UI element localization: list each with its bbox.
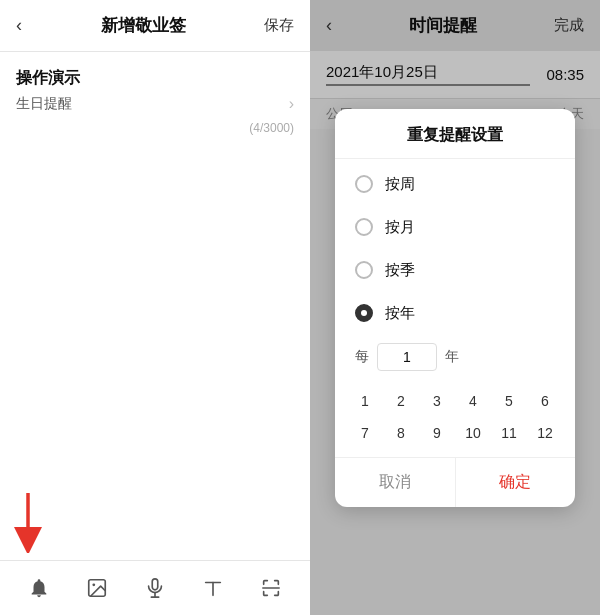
modal-overlay: 重复提醒设置 按周 按月 按季 按年 每 年: [310, 0, 600, 615]
num-9[interactable]: 9: [419, 417, 455, 449]
left-title: 新增敬业签: [101, 14, 186, 37]
image-icon[interactable]: [79, 570, 115, 606]
num-12[interactable]: 12: [527, 417, 563, 449]
num-11[interactable]: 11: [491, 417, 527, 449]
mic-icon[interactable]: [137, 570, 173, 606]
num-3[interactable]: 3: [419, 385, 455, 417]
num-8[interactable]: 8: [383, 417, 419, 449]
modal-footer: 取消 确定: [335, 457, 575, 507]
option-monthly-label: 按月: [385, 218, 415, 237]
num-2[interactable]: 2: [383, 385, 419, 417]
year-row: 每 年: [335, 335, 575, 381]
num-4[interactable]: 4: [455, 385, 491, 417]
modal-divider: [335, 158, 575, 159]
modal-box: 重复提醒设置 按周 按月 按季 按年 每 年: [335, 109, 575, 507]
save-button[interactable]: 保存: [264, 16, 294, 35]
section-subtitle: 生日提醒: [16, 95, 72, 113]
num-1[interactable]: 1: [347, 385, 383, 417]
left-back-icon[interactable]: ‹: [16, 15, 22, 36]
text-icon[interactable]: [195, 570, 231, 606]
scan-icon[interactable]: [253, 570, 289, 606]
left-panel: ‹ 新增敬业签 保存 操作演示 生日提醒 › (4/3000): [0, 0, 310, 615]
radio-monthly: [355, 218, 373, 236]
red-arrow-annotation: [8, 483, 78, 553]
radio-quarterly: [355, 261, 373, 279]
year-row-prefix: 每: [355, 348, 369, 366]
bell-icon[interactable]: [21, 570, 57, 606]
svg-rect-4: [152, 579, 158, 590]
section-title: 操作演示: [16, 68, 294, 89]
num-6[interactable]: 6: [527, 385, 563, 417]
option-weekly-label: 按周: [385, 175, 415, 194]
option-quarterly-label: 按季: [385, 261, 415, 280]
num-5[interactable]: 5: [491, 385, 527, 417]
num-10[interactable]: 10: [455, 417, 491, 449]
num-7[interactable]: 7: [347, 417, 383, 449]
option-weekly[interactable]: 按周: [335, 163, 575, 206]
option-yearly[interactable]: 按年: [335, 292, 575, 335]
year-row-suffix: 年: [445, 348, 459, 366]
svg-point-3: [92, 583, 95, 586]
modal-title: 重复提醒设置: [335, 109, 575, 158]
confirm-button[interactable]: 确定: [456, 458, 576, 507]
option-monthly[interactable]: 按月: [335, 206, 575, 249]
left-toolbar: [0, 560, 310, 615]
chevron-right-icon: ›: [289, 95, 294, 113]
cancel-button[interactable]: 取消: [335, 458, 456, 507]
left-header: ‹ 新增敬业签 保存: [0, 0, 310, 52]
right-panel: ‹ 时间提醒 完成 2021年10月25日 08:35 公历 ▾ 今天 重复提醒…: [310, 0, 600, 615]
option-yearly-label: 按年: [385, 304, 415, 323]
year-input[interactable]: [377, 343, 437, 371]
number-grid: 1 2 3 4 5 6 7 8 9 10 11 12: [335, 381, 575, 457]
radio-weekly: [355, 175, 373, 193]
char-count: (4/3000): [16, 121, 294, 135]
section-row[interactable]: 生日提醒 ›: [16, 95, 294, 113]
option-quarterly[interactable]: 按季: [335, 249, 575, 292]
radio-yearly: [355, 304, 373, 322]
